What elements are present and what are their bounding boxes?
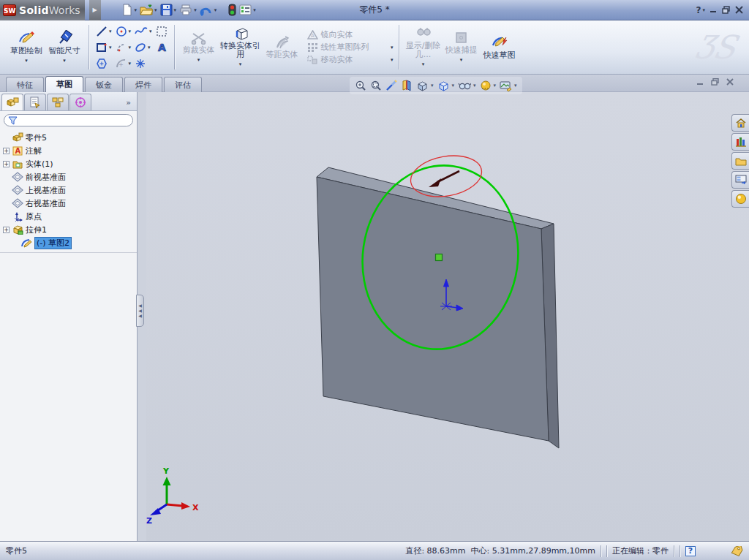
view-orientation-button[interactable]: ▾ xyxy=(415,79,434,92)
quick-tips-button[interactable]: ? xyxy=(685,546,696,556)
tree-item-annotations[interactable]: + A 注解 xyxy=(1,144,137,157)
rebuild-button[interactable] xyxy=(227,2,237,18)
chevron-down-icon[interactable]: ▾ xyxy=(253,7,256,13)
expand-icon[interactable]: + xyxy=(3,148,10,154)
trim-entities-button[interactable]: 剪裁实体 ▾ xyxy=(180,29,218,66)
text-tool[interactable]: A xyxy=(154,41,169,54)
line-tool[interactable]: ▾ xyxy=(94,25,113,38)
tab-configurationmanager[interactable] xyxy=(47,94,69,110)
section-view-button[interactable] xyxy=(400,79,413,92)
doc-minimize-button[interactable] xyxy=(696,78,704,86)
tree-item-solid-bodies[interactable]: + 实体(1) xyxy=(1,157,137,170)
design-library-button[interactable] xyxy=(731,133,749,151)
mirror-entities-button[interactable]: A 镜向实体 xyxy=(307,29,394,40)
quick-snaps-button[interactable]: 快速捕提 ▾ xyxy=(443,29,481,66)
panel-expand-chevrons[interactable]: » xyxy=(126,98,135,110)
arc-tool[interactable]: ▾ xyxy=(114,41,133,54)
graphics-area[interactable]: Y X Z xyxy=(146,92,749,541)
chevron-down-icon[interactable]: ▾ xyxy=(63,56,66,65)
chevron-down-icon[interactable]: ▾ xyxy=(148,45,151,50)
chevron-down-icon[interactable]: ▾ xyxy=(194,7,197,13)
file-explorer-button[interactable] xyxy=(731,152,749,170)
rectangle-tool[interactable]: ▾ xyxy=(94,41,113,54)
appearances-scenes-button[interactable] xyxy=(731,190,749,208)
help-button[interactable]: ?▾ xyxy=(696,5,705,15)
options-button[interactable]: ▾ xyxy=(238,2,257,18)
hide-show-items-button[interactable]: ▾ xyxy=(457,80,477,91)
offset-entities-button[interactable]: 等距实体 xyxy=(263,34,301,61)
tree-item-extrude1[interactable]: + 拉伸1 xyxy=(1,223,137,236)
rapid-sketch-button[interactable]: 快速草图 xyxy=(481,33,519,61)
minimize-button[interactable] xyxy=(710,6,718,14)
tab-weldments[interactable]: 焊件 xyxy=(124,77,162,92)
tree-root[interactable]: 零件5 xyxy=(1,131,137,144)
display-style-button[interactable]: ▾ xyxy=(437,79,456,92)
tab-sketch[interactable]: 草图 xyxy=(45,76,83,92)
move-entities-button[interactable]: 移动实体 ▾ xyxy=(307,54,394,65)
chevron-down-icon[interactable]: ▾ xyxy=(239,60,242,69)
chevron-down-icon[interactable]: ▾ xyxy=(514,83,517,88)
chevron-down-icon[interactable]: ▾ xyxy=(154,7,157,13)
custom-properties-button[interactable] xyxy=(731,171,749,189)
chevron-down-icon[interactable]: ▾ xyxy=(135,7,138,13)
chevron-down-icon[interactable]: ▾ xyxy=(494,83,497,88)
zoom-to-fit-button[interactable] xyxy=(354,79,367,92)
doc-restore-button[interactable] xyxy=(711,78,720,86)
polygon-tool[interactable] xyxy=(94,57,113,70)
chevron-down-icon[interactable]: ▾ xyxy=(149,29,152,34)
undo-button[interactable]: ▾ xyxy=(199,2,218,18)
spline-tool[interactable]: ▾ xyxy=(133,25,154,38)
expand-icon[interactable]: + xyxy=(3,227,10,233)
apply-scene-button[interactable]: ▾ xyxy=(499,80,518,92)
panel-collapse-handle[interactable]: ◀ ◀ ◀ xyxy=(136,295,144,327)
chevron-down-icon[interactable]: ▾ xyxy=(129,29,132,34)
chevron-down-icon[interactable]: ▾ xyxy=(473,83,476,88)
tab-evaluate[interactable]: 评估 xyxy=(164,77,202,92)
point-tool[interactable] xyxy=(133,57,154,70)
tab-featuremanager[interactable] xyxy=(1,94,23,110)
ellipse-tool[interactable]: ▾ xyxy=(133,41,154,54)
restore-button[interactable] xyxy=(722,6,731,14)
chevron-down-icon[interactable]: ▾ xyxy=(129,45,132,50)
doc-close-button[interactable] xyxy=(726,78,734,86)
fillet-tool[interactable]: +▾ xyxy=(114,57,133,70)
selection-box-tool[interactable] xyxy=(154,25,169,38)
smart-dimension-button[interactable]: 智能尺寸 ▾ xyxy=(45,29,83,67)
chevron-down-icon[interactable]: ▾ xyxy=(174,7,177,13)
chevron-down-icon[interactable]: ▾ xyxy=(109,45,112,50)
chevron-down-icon[interactable]: ▾ xyxy=(431,83,434,88)
tree-item-right-plane[interactable]: 右视基准面 xyxy=(1,197,137,210)
tree-item-top-plane[interactable]: 上视基准面 xyxy=(1,183,137,197)
zoom-to-area-button[interactable] xyxy=(369,79,383,92)
convert-entities-button[interactable]: 转换实体引用 ▾ xyxy=(218,25,263,70)
print-button[interactable]: ▾ xyxy=(178,2,197,18)
chevron-down-icon[interactable]: ▾ xyxy=(214,7,217,13)
tree-item-front-plane[interactable]: 前视基准面 xyxy=(1,170,137,183)
tab-features[interactable]: 特征 xyxy=(6,77,44,92)
tab-sheet-metal[interactable]: 钣金 xyxy=(85,77,123,92)
circle-tool[interactable]: ▾ xyxy=(114,25,133,38)
chevron-down-icon[interactable]: ▾ xyxy=(109,29,112,34)
tree-filter-input[interactable] xyxy=(4,114,133,126)
chevron-down-icon[interactable]: ▾ xyxy=(129,61,132,67)
appearances-button[interactable]: ▾ xyxy=(479,79,497,92)
solidworks-resources-button[interactable] xyxy=(731,114,749,132)
close-button[interactable] xyxy=(735,6,743,14)
tag-icon[interactable] xyxy=(731,546,743,556)
chevron-down-icon[interactable]: ▾ xyxy=(452,83,455,88)
save-button[interactable]: ▾ xyxy=(159,2,178,18)
open-document-button[interactable]: ▾ xyxy=(139,2,158,18)
magnified-selection-button[interactable] xyxy=(385,79,398,92)
sketch-draw-button[interactable]: 草图绘制 ▾ xyxy=(7,29,45,67)
chevron-down-icon[interactable]: ▾ xyxy=(25,56,28,65)
tab-propertymanager[interactable] xyxy=(24,94,46,110)
linear-pattern-button[interactable]: 线性草图阵列 ▾ xyxy=(307,42,394,53)
panel-splitter[interactable]: ◀ ◀ ◀ xyxy=(138,92,146,541)
circle-center-point[interactable] xyxy=(436,254,443,261)
display-delete-relations-button[interactable]: 显示/删除几... ▾ xyxy=(404,25,443,70)
tree-item-origin[interactable]: 原点 xyxy=(1,210,137,223)
new-document-button[interactable]: ▾ xyxy=(120,2,138,18)
expand-icon[interactable]: + xyxy=(3,161,10,167)
tree-item-sketch2[interactable]: (-) 草图2 xyxy=(1,236,137,249)
tab-dimxpertmanager[interactable] xyxy=(69,94,91,110)
